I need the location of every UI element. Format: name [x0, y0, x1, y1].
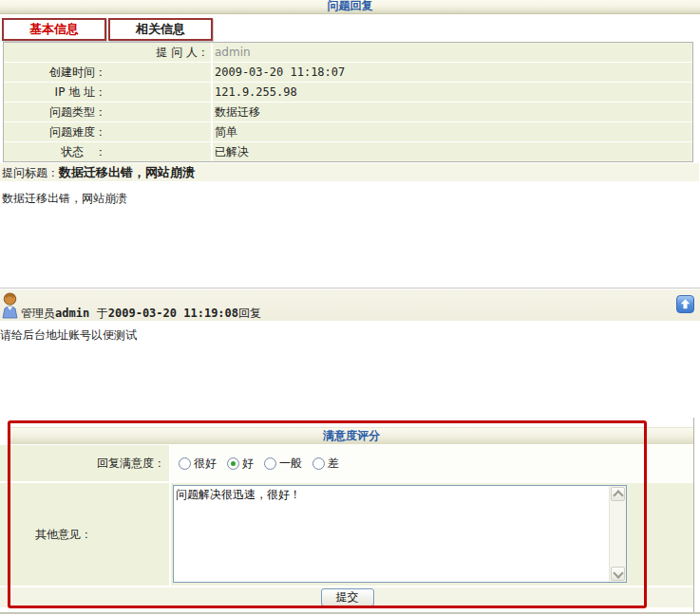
radio-average[interactable] — [264, 457, 276, 470]
radio-average-label[interactable]: 一般 — [279, 456, 302, 472]
question-content: 数据迁移出错，网站崩溃 — [2, 191, 127, 207]
tab-bar: 基本信息 相关信息 — [2, 18, 215, 41]
reply-content: 请给后台地址账号以便测试 — [0, 327, 137, 344]
satisfaction-options: 很好 好 一般 差 — [171, 445, 694, 481]
rating-section-header: 满意度评分 — [9, 427, 694, 444]
reply-suffix: 回复 — [238, 307, 261, 320]
page-title-bar: 问题回复 — [0, 0, 700, 14]
up-arrow-icon — [680, 299, 691, 309]
comments-cell: 问题解决很迅速，很好！ — [171, 483, 694, 586]
reply-meta-line: 管理员admin 于2009-03-20 11:19:08回复 — [21, 306, 261, 322]
ip-address-value: 121.9.255.98 — [213, 83, 692, 102]
reply-role: 管理员 — [21, 307, 55, 320]
question-difficulty-label: 问题难度： — [4, 122, 213, 141]
question-title-label: 提问标题： — [2, 166, 59, 179]
question-type-label: 问题类型： — [4, 102, 213, 121]
rating-satisfaction-row: 回复满意度： 很好 好 一般 差 — [0, 445, 694, 481]
page-title: 问题回复 — [328, 0, 373, 12]
radio-option-good[interactable]: 好 — [227, 456, 254, 472]
created-time-value: 2009-03-20 11:18:07 — [213, 63, 692, 82]
satisfaction-label: 回复满意度： — [0, 445, 171, 481]
radio-option-average[interactable]: 一般 — [264, 456, 302, 472]
rating-footer: 提交 — [0, 587, 694, 607]
question-info-table: 提 问 人： admin 创建时间： 2009-03-20 11:18:07 I… — [3, 42, 693, 162]
radio-verygood[interactable] — [179, 457, 191, 470]
tab-basic-info[interactable]: 基本信息 — [2, 18, 106, 41]
comments-textarea[interactable]: 问题解决很迅速，很好！ — [174, 486, 610, 580]
radio-verygood-label[interactable]: 很好 — [194, 456, 217, 472]
radio-good[interactable] — [227, 457, 239, 470]
asker-value: admin — [213, 43, 692, 62]
ip-address-label: IP 地 址： — [4, 83, 213, 102]
table-row-asker: 提 问 人： admin — [4, 43, 692, 63]
table-row-question-difficulty: 问题难度： 简单 — [4, 122, 692, 142]
radio-bad-label[interactable]: 差 — [328, 456, 339, 472]
question-type-value: 数据迁移 — [213, 102, 692, 121]
comments-textarea-wrap: 问题解决很迅速，很好！ — [173, 485, 627, 583]
scroll-down-button[interactable] — [611, 567, 625, 581]
asker-label: 提 问 人： — [4, 43, 213, 62]
question-title: 数据迁移出错，网站崩溃 — [59, 165, 195, 179]
status-value: 已解决 — [213, 142, 692, 161]
admin-avatar-icon — [1, 292, 20, 319]
tab-basic-info-label: 基本信息 — [29, 22, 79, 36]
reply-prefix: 于 — [97, 307, 108, 320]
reply-admin-name: admin — [55, 307, 89, 320]
radio-option-verygood[interactable]: 很好 — [179, 456, 217, 472]
page-right-border — [693, 418, 694, 614]
reply-datetime: 2009-03-20 11:19:08 — [108, 307, 238, 320]
table-row-ip-address: IP 地 址： 121.9.255.98 — [4, 83, 692, 102]
reply-header-bar: 管理员admin 于2009-03-20 11:19:08回复 — [0, 289, 700, 321]
comments-label: 其他意见： — [0, 483, 171, 586]
radio-option-bad[interactable]: 差 — [312, 456, 339, 472]
page-bottom-border — [0, 612, 700, 614]
chevron-up-icon — [613, 490, 623, 500]
question-reply-page: 问题回复 基本信息 相关信息 提 问 人： admin 创建时间： 2009-0… — [0, 0, 700, 615]
tab-related-info-label: 相关信息 — [136, 22, 185, 36]
created-time-label: 创建时间： — [4, 63, 213, 82]
back-to-top-button[interactable] — [676, 295, 694, 313]
textarea-scrollbar[interactable] — [609, 486, 626, 582]
scroll-up-button[interactable] — [611, 487, 625, 501]
table-row-question-type: 问题类型： 数据迁移 — [4, 102, 692, 122]
chevron-down-icon — [613, 568, 623, 578]
submit-button[interactable]: 提交 — [321, 588, 374, 606]
status-label: 状态 ： — [4, 142, 213, 161]
question-title-row: 提问标题：数据迁移出错，网站崩溃 — [0, 163, 699, 181]
rating-comments-row: 其他意见： 问题解决很迅速，很好！ — [0, 483, 694, 586]
table-row-created-time: 创建时间： 2009-03-20 11:18:07 — [4, 63, 692, 83]
section-divider — [0, 288, 700, 289]
tab-related-info[interactable]: 相关信息 — [108, 18, 213, 41]
question-difficulty-value: 简单 — [213, 122, 692, 141]
radio-bad[interactable] — [312, 457, 325, 470]
radio-good-label[interactable]: 好 — [242, 456, 254, 472]
table-row-status: 状态 ： 已解决 — [4, 142, 692, 161]
